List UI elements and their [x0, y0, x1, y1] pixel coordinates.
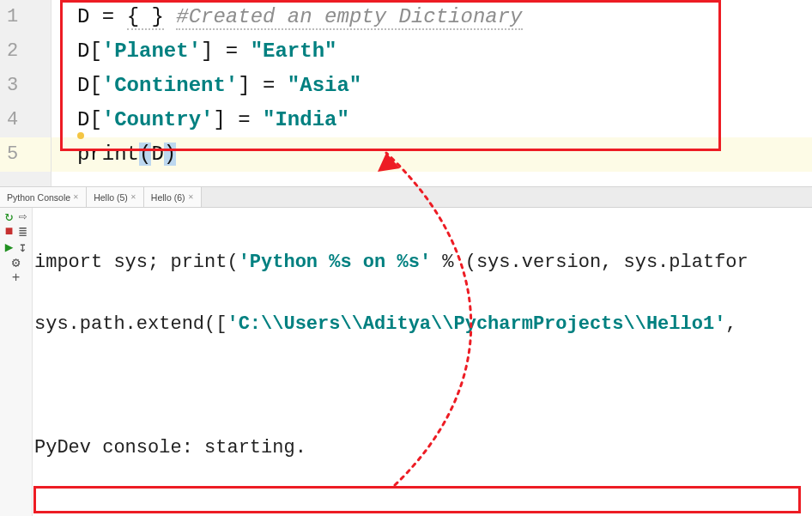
operator: ] =: [238, 74, 288, 97]
string: 'Country': [102, 108, 214, 131]
code-line[interactable]: D = { } #Created an empty Dictionary: [52, 0, 812, 34]
code-line[interactable]: D['Continent'] = "Asia": [52, 69, 812, 103]
string: 'Continent': [102, 74, 238, 97]
operator: ] =: [213, 108, 263, 131]
line-number: 1: [0, 0, 51, 34]
identifier: D: [77, 5, 89, 28]
stop-icon[interactable]: ■: [4, 227, 15, 237]
console-line: [34, 371, 812, 402]
comment: #Created an empty Dictionary: [176, 5, 522, 30]
settings-icon[interactable]: ⚙: [11, 258, 21, 268]
tab-python-console[interactable]: Python Console✕: [0, 187, 87, 207]
whitespace: [164, 5, 176, 28]
paren: ): [164, 143, 176, 166]
tab-label: Python Console: [7, 192, 70, 203]
console-line: import sys; print('Python %s on %s' % (s…: [34, 247, 812, 278]
tool-tabs: Python Console✕ Hello (5)✕ Hello (6)✕: [0, 187, 812, 208]
close-icon[interactable]: ✕: [130, 193, 136, 201]
identifier: D: [151, 143, 163, 166]
string: 'Planet': [102, 39, 201, 63]
line-number: 4: [0, 103, 51, 137]
identifier: D[: [77, 39, 102, 63]
code-line[interactable]: D['Planet'] = "Earth": [52, 34, 812, 69]
run-icon[interactable]: ▶: [4, 242, 15, 252]
output-toggle-icon[interactable]: ⇨: [18, 211, 28, 222]
line-number: 3: [0, 69, 51, 103]
code-area[interactable]: D = { } #Created an empty Dictionary D['…: [52, 0, 812, 186]
braces: { }: [127, 5, 164, 30]
string: "Earth": [251, 39, 337, 63]
console-pane: ↻ ⇨ ■ ≣ ▶ ↧ ⚙ + import sys; print('Pytho…: [0, 208, 812, 516]
function-call: print: [77, 143, 139, 166]
tab-label: Hello (5): [94, 192, 128, 203]
new-console-icon[interactable]: +: [11, 273, 21, 283]
softwrap-icon[interactable]: ≣: [18, 227, 28, 237]
operator: =: [89, 5, 126, 28]
console-output[interactable]: import sys; print('Python %s on %s' % (s…: [33, 208, 812, 516]
tab-hello-6[interactable]: Hello (6)✕: [144, 187, 202, 207]
code-line[interactable]: print(D): [52, 137, 812, 172]
string: "India": [263, 108, 349, 131]
identifier: D[: [77, 108, 102, 131]
console-line: PyDev console: starting.: [34, 433, 812, 464]
close-icon[interactable]: ✕: [73, 193, 79, 201]
rerun-icon[interactable]: ↻: [4, 211, 15, 222]
console-toolbar: ↻ ⇨ ■ ≣ ▶ ↧ ⚙ +: [0, 208, 33, 516]
console-line: [34, 495, 812, 516]
console-line: sys.path.extend(['C:\\Users\\Aditya\\Pyc…: [34, 309, 812, 340]
gutter: 1 2 3 4 5: [0, 0, 52, 186]
tab-label: Hello (6): [151, 192, 185, 203]
tab-hello-5[interactable]: Hello (5)✕: [87, 187, 144, 207]
scroll-icon[interactable]: ↧: [18, 242, 28, 252]
code-line[interactable]: D['Country'] = "India": [52, 103, 812, 137]
line-number: 2: [0, 34, 51, 69]
string: "Asia": [288, 74, 361, 97]
operator: ] =: [201, 39, 251, 63]
line-number: 5: [0, 137, 51, 172]
paren: (: [139, 143, 151, 166]
identifier: D[: [77, 74, 102, 97]
code-editor[interactable]: 1 2 3 4 5 D = { } #Created an empty Dict…: [0, 0, 812, 187]
close-icon[interactable]: ✕: [188, 193, 194, 201]
